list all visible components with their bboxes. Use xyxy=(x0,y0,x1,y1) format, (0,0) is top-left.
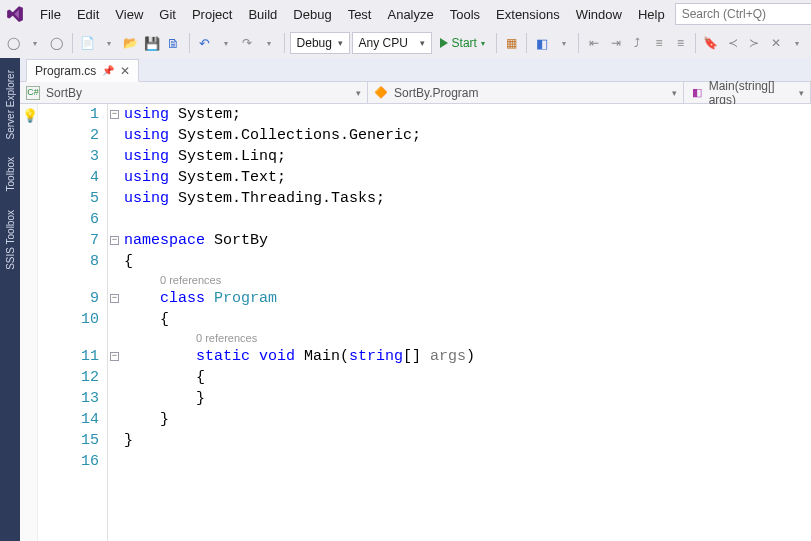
code-line[interactable]: using System; xyxy=(124,104,811,125)
menu-extensions[interactable]: Extensions xyxy=(488,3,568,26)
fold-toggle[interactable]: − xyxy=(110,294,119,303)
code-line[interactable]: } xyxy=(124,409,811,430)
menu-view[interactable]: View xyxy=(107,3,151,26)
code-line[interactable]: using System.Threading.Tasks; xyxy=(124,188,811,209)
rail-ssis-toolbox[interactable]: SSIS Toolbox xyxy=(3,206,18,274)
codelens-references[interactable]: 0 references xyxy=(196,332,257,344)
open-button[interactable]: 📂 xyxy=(121,32,141,54)
menu-git[interactable]: Git xyxy=(151,3,184,26)
code-line[interactable]: { xyxy=(124,367,811,388)
search-input[interactable] xyxy=(676,7,811,21)
code-line[interactable]: static void Main(string[] args) xyxy=(124,346,811,367)
menu-debug[interactable]: Debug xyxy=(285,3,339,26)
fold-column: −−−− xyxy=(108,104,122,541)
tool-2-button[interactable]: ◧ xyxy=(532,32,552,54)
redo-dropdown[interactable]: ▾ xyxy=(259,32,279,54)
left-rail: Server Explorer Toolbox SSIS Toolbox xyxy=(0,58,20,541)
close-icon[interactable]: ✕ xyxy=(120,64,130,78)
undo-button[interactable]: ↶ xyxy=(194,32,214,54)
menu-project[interactable]: Project xyxy=(184,3,240,26)
bm-next-button[interactable]: ≻ xyxy=(744,32,764,54)
nav-back-button[interactable]: ◯ xyxy=(4,32,24,54)
tool-1-button[interactable]: ▦ xyxy=(502,32,522,54)
nav-member-dropdown[interactable]: ◧ Main(string[] args) ▾ xyxy=(684,82,811,103)
undo-dropdown[interactable]: ▾ xyxy=(216,32,236,54)
nav-forward-button[interactable]: ◯ xyxy=(47,32,67,54)
line-number: 1 xyxy=(38,104,99,125)
menu-window[interactable]: Window xyxy=(568,3,630,26)
document-tab-row: Program.cs 📌 ✕ xyxy=(20,58,811,82)
code-content[interactable]: using System;using System.Collections.Ge… xyxy=(122,104,811,541)
rail-server-explorer[interactable]: Server Explorer xyxy=(3,66,18,143)
fold-toggle[interactable]: − xyxy=(110,236,119,245)
bookmark-button[interactable]: 🔖 xyxy=(701,32,721,54)
code-editor[interactable]: 💡 12345678910111213141516 −−−− using Sys… xyxy=(20,104,811,541)
code-line[interactable] xyxy=(124,451,811,472)
menu-help[interactable]: Help xyxy=(630,3,673,26)
vs-logo-icon xyxy=(6,4,24,24)
step-out-button[interactable]: ⤴ xyxy=(628,32,648,54)
save-button[interactable]: 💾 xyxy=(142,32,162,54)
nav-member-label: Main(string[] args) xyxy=(709,79,793,107)
line-number: 2 xyxy=(38,125,99,146)
code-line[interactable]: using System.Linq; xyxy=(124,146,811,167)
redo-button[interactable]: ↷ xyxy=(238,32,258,54)
navigation-bar: C# SortBy ▾ 🔶 SortBy.Program ▾ ◧ Main(st… xyxy=(20,82,811,104)
code-line[interactable] xyxy=(124,209,811,230)
line-number: 3 xyxy=(38,146,99,167)
line-number-gutter: 12345678910111213141516 xyxy=(38,104,108,541)
lightbulb-icon[interactable]: 💡 xyxy=(22,106,38,127)
platform-dropdown[interactable]: Any CPU▾ xyxy=(352,32,432,54)
code-line[interactable]: using System.Collections.Generic; xyxy=(124,125,811,146)
code-line[interactable]: { xyxy=(124,251,811,272)
menu-build[interactable]: Build xyxy=(240,3,285,26)
config-dropdown[interactable]: Debug▾ xyxy=(290,32,350,54)
config-value: Debug xyxy=(297,36,332,50)
nav-type-dropdown[interactable]: 🔶 SortBy.Program ▾ xyxy=(368,82,684,103)
indent-more-button[interactable]: ≡ xyxy=(671,32,691,54)
line-number: 8 xyxy=(38,251,99,272)
pin-icon[interactable]: 📌 xyxy=(102,65,114,76)
menu-analyze[interactable]: Analyze xyxy=(379,3,441,26)
class-icon: 🔶 xyxy=(374,86,388,100)
nav-scope-dropdown[interactable]: C# SortBy ▾ xyxy=(20,82,368,103)
code-line[interactable]: { xyxy=(124,309,811,330)
line-number: 9 xyxy=(38,288,99,309)
editor-margin: 💡 xyxy=(20,104,38,541)
quick-search[interactable]: 🔍 xyxy=(675,3,811,25)
toolbar: ◯ ▾ ◯ 📄 ▾ 📂 💾 🗎 ↶ ▾ ↷ ▾ Debug▾ Any CPU▾ … xyxy=(0,28,811,58)
menu-tools[interactable]: Tools xyxy=(442,3,488,26)
tool-2-dropdown[interactable]: ▾ xyxy=(554,32,574,54)
nav-dropdown[interactable]: ▾ xyxy=(26,32,46,54)
new-dropdown[interactable]: ▾ xyxy=(99,32,119,54)
menu-test[interactable]: Test xyxy=(340,3,380,26)
line-number: 15 xyxy=(38,430,99,451)
code-line[interactable]: } xyxy=(124,388,811,409)
line-number: 13 xyxy=(38,388,99,409)
step-over-button[interactable]: ⇥ xyxy=(606,32,626,54)
code-line[interactable]: using System.Text; xyxy=(124,167,811,188)
bm-clear-button[interactable]: ✕ xyxy=(766,32,786,54)
indent-less-button[interactable]: ≡ xyxy=(649,32,669,54)
start-debug-button[interactable]: Start ▾ xyxy=(434,32,491,54)
bm-prev-button[interactable]: ≺ xyxy=(723,32,743,54)
menu-file[interactable]: File xyxy=(32,3,69,26)
menu-edit[interactable]: Edit xyxy=(69,3,107,26)
code-line[interactable]: } xyxy=(124,430,811,451)
rail-toolbox[interactable]: Toolbox xyxy=(3,153,18,195)
fold-toggle[interactable]: − xyxy=(110,352,119,361)
toolbar-more[interactable]: ▾ xyxy=(787,32,807,54)
code-line[interactable]: namespace SortBy xyxy=(124,230,811,251)
line-number: 11 xyxy=(38,346,99,367)
document-tab[interactable]: Program.cs 📌 ✕ xyxy=(26,59,139,82)
codelens-references[interactable]: 0 references xyxy=(160,274,221,286)
fold-toggle[interactable]: − xyxy=(110,110,119,119)
line-number: 14 xyxy=(38,409,99,430)
menu-bar: FileEditViewGitProjectBuildDebugTestAnal… xyxy=(0,0,811,28)
code-line[interactable]: class Program xyxy=(124,288,811,309)
method-icon: ◧ xyxy=(690,86,702,100)
line-number: 12 xyxy=(38,367,99,388)
save-all-button[interactable]: 🗎 xyxy=(164,32,184,54)
new-project-button[interactable]: 📄 xyxy=(78,32,98,54)
step-into-button[interactable]: ⇤ xyxy=(584,32,604,54)
